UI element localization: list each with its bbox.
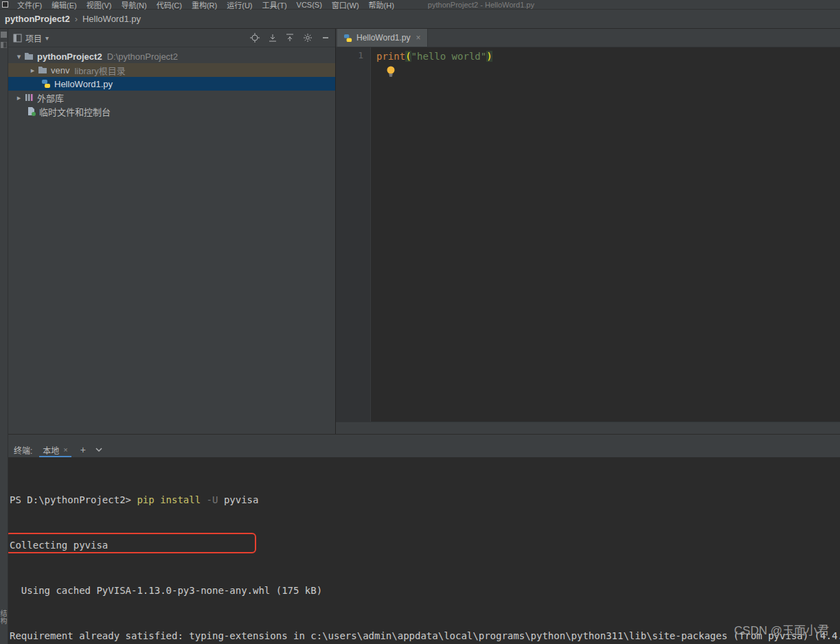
line-number: 1 — [358, 50, 363, 60]
tree-item-external-libraries[interactable]: ▸ 外部库 — [8, 91, 335, 104]
new-session-icon[interactable]: + — [78, 444, 88, 455]
code-editor[interactable]: 1 print("hello world") — [336, 47, 840, 422]
tree-item-label: pythonProject2 — [37, 51, 102, 62]
project-panel-toolbar: 项目 ▾ — [8, 29, 335, 47]
terminal-prompt: PS D:\pythonProject2> — [10, 494, 137, 505]
tree-item-scratches[interactable]: 临时文件和控制台 — [8, 104, 335, 118]
terminal-output[interactable]: PS D:\pythonProject2> pip install -U pyv… — [8, 458, 840, 644]
terminal-header: 终端: 本地 × + — [8, 442, 840, 458]
terminal-command: pip install — [137, 494, 206, 505]
editor-tab-bar: HelloWord1.py × — [336, 29, 840, 47]
tree-item-helloword1[interactable]: HelloWord1.py — [8, 77, 335, 91]
menu-file[interactable]: 文件(F) — [12, 0, 47, 10]
breadcrumb-project[interactable]: pythonProject2 — [5, 14, 70, 24]
menu-tools[interactable]: 工具(T) — [258, 0, 292, 10]
close-icon[interactable]: × — [63, 446, 67, 454]
terminal-argument: pyvisa — [218, 494, 258, 505]
chevron-expanded-icon[interactable]: ▾ — [14, 52, 24, 61]
project-tree: ▾ pythonProject2 D:\pythonProject2 ▸ ven… — [8, 47, 335, 118]
tree-item-project-root[interactable]: ▾ pythonProject2 D:\pythonProject2 — [8, 49, 335, 63]
code-token-function: print — [376, 51, 405, 62]
code-area[interactable]: print("hello world") — [371, 47, 492, 422]
terminal-label: 终端: — [14, 444, 32, 456]
project-panel-title[interactable]: 项目 — [25, 32, 42, 44]
menu-navigate[interactable]: 导航(N) — [116, 0, 151, 10]
code-token-string: "hello world" — [411, 51, 487, 62]
editor-gutter: 1 — [336, 47, 371, 422]
app-icon — [2, 1, 8, 8]
terminal-tab-label: 本地 — [43, 444, 59, 456]
menu-edit[interactable]: 编辑(E) — [47, 0, 82, 10]
hide-panel-icon[interactable] — [321, 34, 330, 42]
locate-file-icon[interactable] — [250, 33, 260, 43]
tree-item-label: 临时文件和控制台 — [39, 105, 111, 118]
code-line: print("hello world") — [376, 49, 492, 63]
menu-window[interactable]: 窗口(W) — [327, 0, 364, 10]
folder-icon — [38, 66, 47, 74]
tab-helloword1[interactable]: HelloWord1.py × — [337, 29, 428, 47]
editor-area: HelloWord1.py × 1 print("hello world") — [336, 29, 840, 434]
project-tool-window: 项目 ▾ ▾ pythonProject2 D: — [8, 29, 336, 434]
project-panel-icon — [13, 34, 22, 43]
watermark: CSDN @玉面小君 — [734, 623, 829, 639]
intention-bulb-icon[interactable] — [386, 65, 396, 78]
stripe-structure-button[interactable]: 结构 — [0, 610, 8, 625]
stripe-tool-icon[interactable] — [1, 42, 7, 48]
python-file-icon — [343, 34, 352, 43]
breadcrumb-separator-icon: › — [75, 14, 78, 24]
chevron-collapsed-icon[interactable]: ▸ — [27, 66, 38, 75]
tree-item-label: 外部库 — [37, 91, 64, 104]
terminal-line: Using cached PyVISA-1.13.0-py3-none-any.… — [10, 583, 840, 598]
menu-run[interactable]: 运行(U) — [222, 0, 257, 10]
tab-label: HelloWord1.py — [356, 33, 410, 43]
editor-scrollbar-horizontal[interactable] — [336, 422, 840, 434]
library-icon — [24, 93, 34, 102]
chevron-down-icon[interactable]: ▾ — [45, 34, 49, 42]
expand-all-icon[interactable] — [269, 34, 277, 42]
menu-bar: 文件(F) 编辑(E) 视图(V) 导航(N) 代码(C) 重构(R) 运行(U… — [0, 0, 840, 10]
tree-item-label: venv — [51, 65, 69, 76]
menu-code[interactable]: 代码(C) — [152, 0, 187, 10]
folder-icon — [24, 52, 34, 60]
chevron-collapsed-icon[interactable]: ▸ — [14, 93, 24, 102]
breadcrumb-file[interactable]: HelloWord1.py — [82, 14, 141, 24]
collapse-all-icon[interactable] — [286, 34, 294, 42]
code-token-close-paren: ) — [486, 51, 492, 62]
stripe-tool-icon[interactable] — [1, 32, 7, 38]
menu-view[interactable]: 视图(V) — [82, 0, 117, 10]
menu-refactor[interactable]: 重构(R) — [187, 0, 222, 10]
terminal-parameter: -U — [207, 494, 218, 505]
terminal-line: Collecting pyvisa — [10, 538, 840, 553]
settings-gear-icon[interactable] — [303, 33, 313, 43]
tree-item-hint: library根目录 — [74, 64, 125, 77]
python-file-icon — [41, 79, 51, 89]
terminal-line: Requirement already satisfied: typing-ex… — [10, 628, 840, 643]
tool-window-stripe: 结构 — [0, 29, 8, 644]
menu-help[interactable]: 帮助(H) — [364, 0, 399, 10]
tree-item-venv[interactable]: ▸ venv library根目录 — [8, 63, 335, 77]
panel-splitter[interactable] — [8, 434, 840, 442]
tree-item-label: HelloWord1.py — [54, 79, 113, 89]
tree-item-hint: D:\pythonProject2 — [107, 51, 178, 62]
close-icon[interactable]: × — [416, 33, 420, 43]
scratches-icon — [26, 106, 36, 116]
breadcrumb: pythonProject2 › HelloWord1.py — [0, 10, 840, 29]
terminal-tab-local[interactable]: 本地 × — [39, 442, 71, 457]
window-title: pythonProject2 - HelloWord1.py — [428, 1, 534, 9]
terminal-line: PS D:\pythonProject2> pip install -U pyv… — [10, 492, 840, 507]
menu-vcs[interactable]: VCS(S) — [292, 1, 327, 9]
code-token-open-paren: ( — [405, 51, 411, 62]
chevron-down-icon[interactable] — [95, 447, 103, 452]
